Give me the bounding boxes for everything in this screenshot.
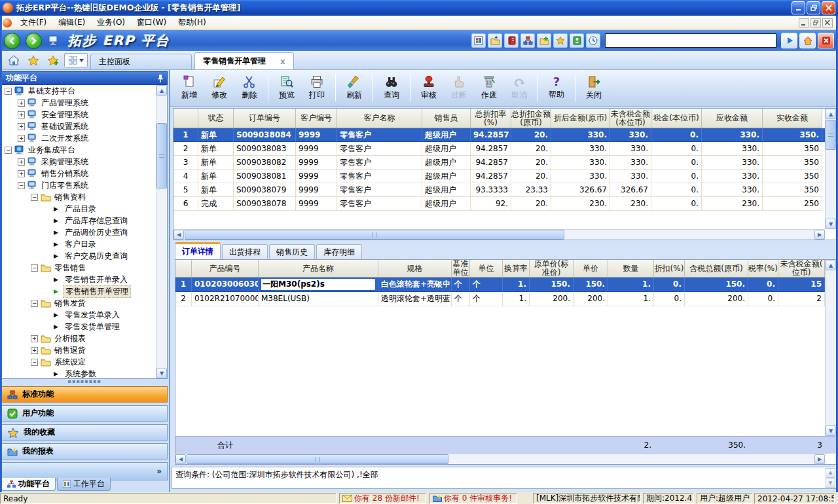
scroll-thumb[interactable] <box>826 120 836 150</box>
orders-header-cell[interactable]: 实收金额 <box>763 109 822 128</box>
tree-expander-icon[interactable]: − <box>31 300 38 307</box>
tree-item[interactable]: −系统设定 <box>2 356 167 368</box>
orders-header-cell[interactable]: 总折扣率 (%) <box>471 109 511 128</box>
home-icon[interactable] <box>7 53 21 67</box>
contacts-icon[interactable] <box>570 33 584 48</box>
tree-item[interactable]: ▶零售销售开单管理 <box>2 285 167 297</box>
tab-shipping-schedule[interactable]: 出货排程 <box>222 244 268 259</box>
menu-business[interactable]: 业务(O) <box>91 16 131 29</box>
detail-header-cell[interactable]: 产品名称 <box>259 260 378 278</box>
inline-edit-box[interactable]: 一阳M30(ps2)s <box>261 279 375 290</box>
back-button[interactable] <box>4 33 20 49</box>
tab-main-panel[interactable]: 主控面板 <box>90 54 192 69</box>
orders-header-cell[interactable]: 订单编号 <box>234 109 296 128</box>
tab-retail-sales-order[interactable]: 零售销售开单管理 x <box>194 52 294 69</box>
scroll-thumb[interactable] <box>185 230 564 240</box>
detail-header-cell[interactable]: 税率(%) <box>748 260 778 278</box>
preview-button[interactable]: 预览 <box>272 72 302 103</box>
tree-item[interactable]: ▶产品库存信息查询 <box>2 215 167 226</box>
orders-header-cell[interactable]: 客户名称 <box>337 109 422 128</box>
tab-close-icon[interactable]: x <box>280 57 285 66</box>
notebook-icon[interactable] <box>504 33 519 48</box>
detail-header-cell[interactable] <box>175 260 192 278</box>
tree-expander-icon[interactable]: − <box>5 88 12 95</box>
tree-item[interactable]: +销售分销系统 <box>2 168 167 179</box>
detail-header-cell[interactable]: 原单价(标 准价) <box>530 260 574 278</box>
favorites-star-icon[interactable] <box>553 33 568 48</box>
forward-button[interactable] <box>26 33 42 49</box>
panel-user-functions[interactable]: 用户功能 <box>1 405 168 422</box>
quick-search-input[interactable] <box>605 33 776 48</box>
scroll-up-icon[interactable]: ▲ <box>826 260 836 270</box>
orders-header-cell[interactable] <box>173 109 198 128</box>
orders-header-cell[interactable]: 折后金额(原币) <box>551 109 610 128</box>
orders-row[interactable]: 2新单S0090380839999零售客户超级用户94.285720.330.3… <box>173 142 825 156</box>
child-minimize-button[interactable] <box>799 18 809 27</box>
tree-expander-icon[interactable]: + <box>18 99 25 107</box>
orders-header-cell[interactable]: 销售员 <box>422 109 471 128</box>
scroll-thumb[interactable] <box>156 123 167 189</box>
status-audit-tasks[interactable]: 你有 0 件审核事务! <box>429 493 517 504</box>
tree-expander-icon[interactable]: + <box>18 170 25 177</box>
tree-item[interactable]: ▶产品目录 <box>2 203 167 215</box>
detail-horizontal-scrollbar[interactable]: ◀ ▶ <box>175 454 825 464</box>
detail-row[interactable]: 10102030060300一阳M30(ps2)s白色滚轮套+亮银中个个1.15… <box>175 278 825 292</box>
scroll-down-icon[interactable]: ▼ <box>826 478 835 488</box>
scroll-left-icon[interactable]: ◀ <box>175 454 186 464</box>
tree-expander-icon[interactable]: + <box>18 158 25 166</box>
scroll-up-icon[interactable]: ▲ <box>156 85 167 96</box>
tree-expander-icon[interactable]: − <box>31 264 38 272</box>
tree-item[interactable]: ▶零售销售开单录入 <box>2 274 167 285</box>
query-scrollbar[interactable]: ▲ ▼ <box>826 468 835 488</box>
tree-item[interactable]: −业务集成平台 <box>2 144 167 156</box>
scroll-left-icon[interactable]: ◀ <box>173 230 184 240</box>
detail-row[interactable]: 20102R21070000M38EL(USB)透明滚轮套+透明蓝个个1.200… <box>175 292 825 306</box>
go-button[interactable] <box>781 33 797 48</box>
tree-item[interactable]: +销售退货 <box>2 344 167 356</box>
tab-order-details[interactable]: 订单详情 <box>175 242 221 259</box>
scroll-down-icon[interactable]: ▼ <box>826 425 836 436</box>
tree-item[interactable]: +二次开发系统 <box>2 132 167 144</box>
add-favorite-icon[interactable] <box>46 53 60 67</box>
tab-sales-history[interactable]: 销售历史 <box>269 244 315 259</box>
detail-header-cell[interactable]: 单价 <box>574 260 608 278</box>
tree-item[interactable]: +采购管理系统 <box>2 156 167 168</box>
add-folder-icon[interactable] <box>537 33 551 48</box>
detail-header-cell[interactable]: 产品编号 <box>192 260 259 278</box>
detail-header-cell[interactable]: 含税总额(原币) <box>685 260 748 278</box>
orders-header-cell[interactable]: 客户编号 <box>296 109 337 128</box>
workstation-icon[interactable] <box>47 35 59 46</box>
tree-item[interactable]: −门店零售系统 <box>2 179 167 191</box>
dashboard-icon[interactable] <box>471 33 486 48</box>
tab-inventory-detail[interactable]: 库存明细 <box>316 244 362 259</box>
tree-expander-icon[interactable]: − <box>18 182 25 189</box>
tree-item[interactable]: +分析报表 <box>2 333 167 344</box>
query-button[interactable]: 查询 <box>376 72 407 103</box>
tree-expander-icon[interactable]: − <box>31 359 38 366</box>
detail-header-cell[interactable]: 折扣(%) <box>654 260 685 278</box>
layout-grid-button[interactable] <box>64 53 88 67</box>
detail-header-cell[interactable]: 换算率 <box>503 260 530 278</box>
orders-horizontal-scrollbar[interactable]: ◀ ▶ <box>173 229 825 240</box>
orders-header-cell[interactable]: 状态 <box>198 109 234 128</box>
open-folder-icon[interactable] <box>488 33 502 48</box>
detail-header-cell[interactable]: 基准 单位 <box>452 260 470 278</box>
tree-item[interactable]: ▶客户交易历史查询 <box>2 250 167 262</box>
void-button[interactable]: 作废 <box>474 72 504 103</box>
tree-expander-icon[interactable]: + <box>18 135 25 142</box>
restore-button[interactable] <box>807 1 820 14</box>
close-button[interactable] <box>822 1 835 14</box>
scroll-thumb[interactable] <box>187 454 448 464</box>
detail-header-cell[interactable]: 数量 <box>608 260 654 278</box>
tree-item[interactable]: ▶零售发货单录入 <box>2 309 167 321</box>
tree-item[interactable]: +安全管理系统 <box>2 109 167 120</box>
orgchart-icon[interactable] <box>520 33 535 48</box>
status-new-mail[interactable]: 你有 28 份新邮件! <box>339 493 426 504</box>
tree-expander-icon[interactable]: − <box>31 194 38 201</box>
tree-expander-icon[interactable]: − <box>5 147 12 154</box>
orders-row[interactable]: 5新单S0090380799999零售客户超级用户93.333323.33326… <box>173 183 825 197</box>
orders-header-cell[interactable]: 应收金额 <box>702 109 763 128</box>
new-button[interactable]: 新增 <box>174 72 204 103</box>
clock-icon[interactable] <box>586 33 600 48</box>
panel-standard-functions[interactable]: 标准功能 <box>1 386 168 403</box>
